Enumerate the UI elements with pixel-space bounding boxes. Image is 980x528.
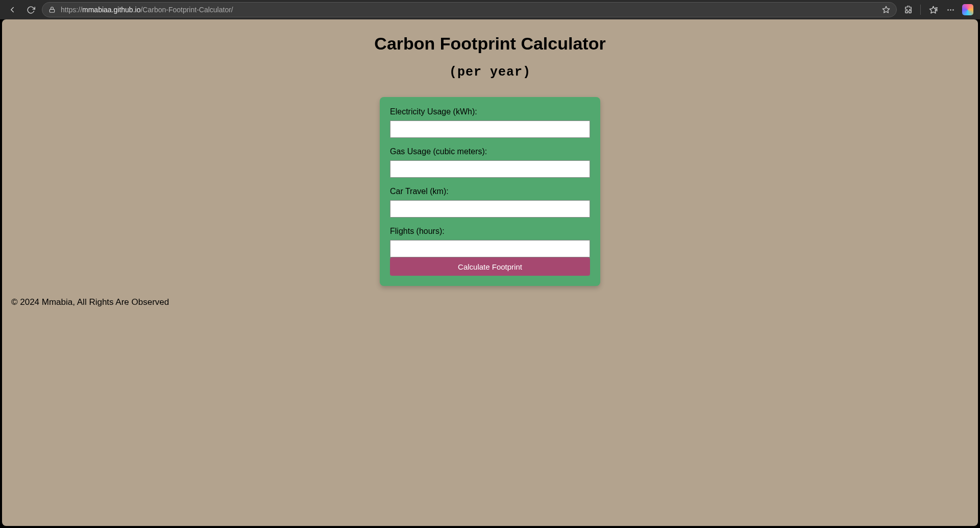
flights-input[interactable] bbox=[390, 240, 590, 257]
calculator-form: Electricity Usage (kWh): Gas Usage (cubi… bbox=[380, 97, 600, 286]
flights-label: Flights (hours): bbox=[390, 227, 590, 236]
form-group-gas: Gas Usage (cubic meters): bbox=[390, 147, 590, 178]
electricity-label: Electricity Usage (kWh): bbox=[390, 107, 590, 116]
footer-text: © 2024 Mmabia, All Rights Are Observed bbox=[11, 297, 978, 307]
svg-marker-1 bbox=[883, 6, 889, 13]
gas-input[interactable] bbox=[390, 160, 590, 178]
extensions-icon[interactable] bbox=[901, 3, 915, 17]
svg-point-8 bbox=[952, 9, 954, 11]
page-title: Carbon Footprint Calculator bbox=[2, 34, 978, 54]
star-icon[interactable] bbox=[882, 6, 890, 14]
form-group-flights: Flights (hours): bbox=[390, 227, 590, 257]
lock-icon bbox=[48, 6, 56, 13]
favorites-icon[interactable] bbox=[926, 3, 940, 17]
divider bbox=[920, 5, 921, 15]
car-input[interactable] bbox=[390, 200, 590, 218]
gas-label: Gas Usage (cubic meters): bbox=[390, 147, 590, 156]
page-subtitle: (per year) bbox=[2, 65, 978, 80]
copilot-icon[interactable] bbox=[961, 3, 975, 17]
address-bar[interactable]: https://mmabiaa.github.io/Carbon-Footpri… bbox=[42, 2, 897, 17]
car-label: Car Travel (km): bbox=[390, 187, 590, 196]
back-button[interactable] bbox=[5, 3, 19, 17]
form-group-car: Car Travel (km): bbox=[390, 187, 590, 218]
browser-toolbar: https://mmabiaa.github.io/Carbon-Footpri… bbox=[0, 0, 980, 19]
svg-point-6 bbox=[947, 9, 949, 11]
url-text: https://mmabiaa.github.io/Carbon-Footpri… bbox=[61, 6, 877, 14]
form-group-electricity: Electricity Usage (kWh): bbox=[390, 107, 590, 138]
more-icon[interactable] bbox=[943, 3, 958, 17]
svg-point-7 bbox=[950, 9, 951, 11]
svg-marker-2 bbox=[929, 6, 937, 13]
svg-rect-0 bbox=[50, 9, 54, 12]
electricity-input[interactable] bbox=[390, 121, 590, 138]
calculate-button[interactable]: Calculate Footprint bbox=[390, 257, 590, 276]
refresh-button[interactable] bbox=[23, 3, 38, 17]
page-viewport: Carbon Footprint Calculator (per year) E… bbox=[2, 19, 978, 526]
